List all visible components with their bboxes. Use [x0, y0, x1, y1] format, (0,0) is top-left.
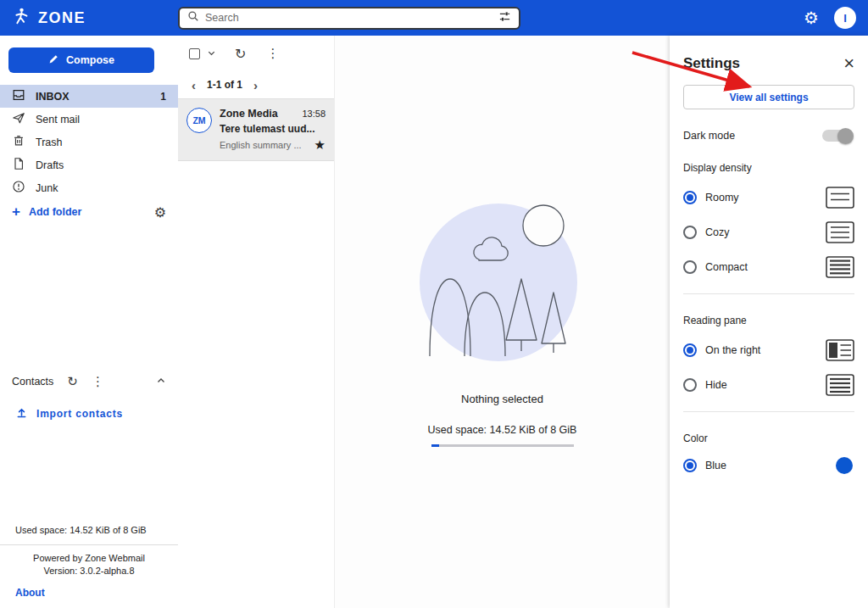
- brand[interactable]: ZONE: [12, 7, 178, 30]
- density-option-roomy[interactable]: Roomy: [683, 187, 854, 209]
- powered-by-text: Powered by Zone Webmail: [0, 553, 178, 563]
- message-list: ↻ ⋮ ‹ 1-1 of 1 › ZM Zone Media 13:58 Ter…: [178, 36, 335, 608]
- radio-hide[interactable]: [683, 378, 697, 392]
- reading-pane-empty-state: Nothing selected Used space: 14.52 KiB o…: [335, 36, 670, 608]
- topbar: ZONE ⚙ I: [0, 0, 868, 36]
- storage-progress-bar: [431, 444, 574, 447]
- sidebar-item-inbox[interactable]: INBOX 1: [0, 85, 178, 108]
- compose-pencil-icon: [48, 53, 59, 67]
- pagination-text: 1-1 of 1: [207, 79, 242, 91]
- used-space-text: Used space: 14.52 KiB of 8 GiB: [428, 424, 577, 436]
- density-cozy-icon: [826, 221, 854, 243]
- alert-circle-icon: [12, 180, 25, 196]
- sender-avatar: ZM: [186, 108, 212, 133]
- send-icon: [12, 111, 25, 127]
- density-roomy-icon: [826, 187, 854, 209]
- option-label: Blue: [705, 460, 726, 471]
- color-label: Color: [683, 432, 854, 444]
- email-sender: Zone Media: [220, 108, 278, 120]
- inbox-icon: [12, 88, 25, 104]
- reading-pane-right-icon: [826, 339, 854, 361]
- reading-pane-label: Reading pane: [683, 315, 854, 326]
- density-option-cozy[interactable]: Cozy: [683, 221, 854, 243]
- add-folder-button[interactable]: Add folder: [29, 206, 82, 218]
- prev-page-icon[interactable]: ‹: [192, 78, 196, 92]
- message-list-toolbar: ↻ ⋮: [178, 36, 334, 71]
- folder-label: Drafts: [36, 159, 64, 171]
- reading-pane-option-right[interactable]: On the right: [683, 339, 854, 361]
- select-dropdown-chevron-icon[interactable]: [207, 46, 216, 61]
- dark-mode-label: Dark mode: [683, 130, 735, 142]
- radio-cozy[interactable]: [683, 226, 697, 239]
- email-list-item[interactable]: ZM Zone Media 13:58 Tere tulemast uud...…: [178, 98, 334, 161]
- refresh-icon[interactable]: ↻: [235, 46, 246, 62]
- empty-state-illustration: [418, 198, 587, 371]
- close-icon[interactable]: ×: [843, 54, 854, 73]
- star-icon[interactable]: ★: [314, 137, 326, 153]
- pagination: ‹ 1-1 of 1 ›: [178, 71, 334, 98]
- contacts-label: Contacts: [12, 376, 53, 388]
- density-compact-icon: [826, 256, 854, 278]
- folder-label: Sent mail: [36, 114, 80, 126]
- reading-pane-hide-icon: [826, 374, 854, 396]
- option-label: On the right: [705, 344, 760, 356]
- unread-count-badge: 1: [160, 91, 166, 103]
- dark-mode-row: Dark mode: [683, 130, 854, 142]
- select-all-checkbox[interactable]: [189, 48, 200, 59]
- sidebar: Compose INBOX 1 Sent mail: [0, 36, 178, 608]
- about-link[interactable]: About: [0, 576, 178, 608]
- option-label: Cozy: [705, 226, 729, 238]
- email-snippet: English summary ...: [220, 140, 302, 150]
- settings-panel: Settings × View all settings Dark mode D…: [670, 36, 868, 608]
- folder-label: Trash: [36, 137, 63, 148]
- trash-icon: [12, 134, 25, 150]
- account-avatar[interactable]: I: [834, 7, 856, 29]
- radio-blue[interactable]: [683, 459, 697, 472]
- next-page-icon[interactable]: ›: [253, 78, 258, 92]
- email-time: 13:58: [302, 109, 326, 119]
- divider: [0, 544, 178, 545]
- sidebar-item-sent[interactable]: Sent mail: [0, 108, 178, 131]
- folder-label: INBOX: [36, 91, 70, 103]
- option-label: Compact: [705, 261, 748, 273]
- email-subject: Tere tulemast uud...: [220, 123, 326, 135]
- radio-compact[interactable]: [683, 260, 697, 274]
- settings-gear-icon[interactable]: ⚙: [804, 9, 819, 26]
- import-contacts-label: Import contacts: [36, 408, 123, 420]
- plus-icon[interactable]: +: [12, 204, 20, 220]
- sidebar-item-trash[interactable]: Trash: [0, 131, 178, 153]
- settings-title: Settings: [683, 55, 740, 72]
- email-summary: Zone Media 13:58 Tere tulemast uud... En…: [220, 108, 326, 153]
- sidebar-item-junk[interactable]: Junk: [0, 176, 178, 199]
- color-option-blue[interactable]: Blue: [683, 457, 854, 474]
- divider: [683, 411, 854, 412]
- nothing-selected-text: Nothing selected: [461, 393, 543, 405]
- document-icon: [12, 157, 25, 173]
- sidebar-item-drafts[interactable]: Drafts: [0, 153, 178, 176]
- search-bar[interactable]: [178, 7, 520, 30]
- compose-button[interactable]: Compose: [8, 47, 154, 73]
- used-space-text: Used space: 14.52 KiB of 8 GiB: [0, 525, 178, 544]
- reading-pane-option-hide[interactable]: Hide: [683, 374, 854, 396]
- folder-settings-gear-icon[interactable]: ⚙: [154, 204, 166, 220]
- density-option-compact[interactable]: Compact: [683, 256, 854, 278]
- contacts-more-icon[interactable]: ⋮: [92, 374, 104, 389]
- display-density-label: Display density: [683, 162, 854, 174]
- chevron-up-icon[interactable]: [156, 376, 166, 388]
- toggle-knob: [837, 128, 854, 144]
- folder-label: Junk: [36, 182, 58, 194]
- dark-mode-toggle[interactable]: [822, 130, 851, 142]
- view-all-settings-button[interactable]: View all settings: [683, 85, 854, 109]
- blue-color-swatch: [836, 457, 853, 474]
- search-icon: [187, 10, 199, 25]
- more-options-icon[interactable]: ⋮: [266, 46, 279, 61]
- contacts-refresh-icon[interactable]: ↻: [67, 374, 78, 389]
- option-label: Roomy: [705, 192, 739, 204]
- search-filters-icon[interactable]: [498, 10, 511, 26]
- search-input[interactable]: [205, 12, 492, 24]
- zone-logo-icon: [12, 7, 31, 30]
- radio-roomy[interactable]: [683, 191, 697, 204]
- import-contacts-button[interactable]: Import contacts: [0, 406, 178, 421]
- avatar-initial: I: [843, 12, 847, 25]
- radio-on-the-right[interactable]: [683, 343, 697, 357]
